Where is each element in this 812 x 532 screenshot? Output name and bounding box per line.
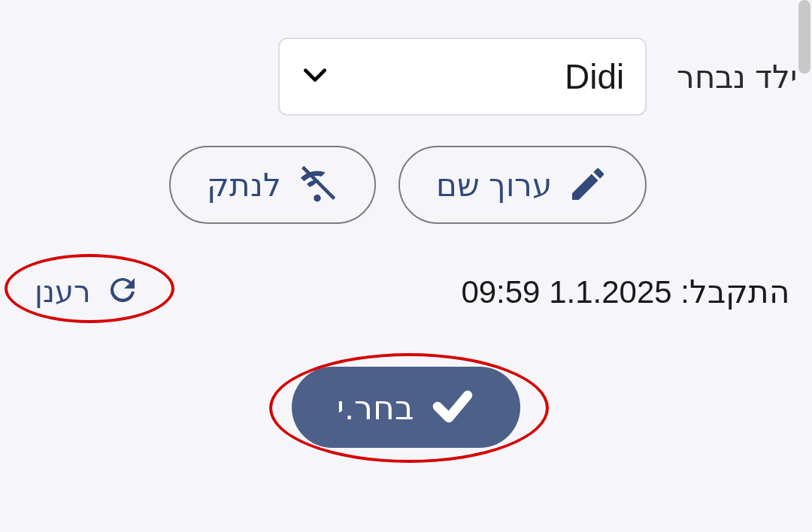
received-label: התקבל: [680, 274, 789, 310]
refresh-label: רענן [35, 274, 91, 309]
wifi-off-icon [296, 163, 338, 207]
received-text: התקבל: 1.1.2025 09:59 [461, 274, 789, 310]
primary-row: בחר.י [15, 367, 797, 448]
child-selected-label: ילד נבחר [677, 59, 797, 95]
pencil-icon [567, 163, 609, 207]
actions-row: ערוך שם לנתק [15, 146, 797, 224]
status-row: התקבל: 1.1.2025 09:59 רענן [15, 269, 797, 314]
disconnect-label: לנתק [207, 167, 281, 204]
select-button-label: בחר.י [337, 388, 413, 427]
child-dropdown-value: Didi [565, 56, 624, 97]
child-dropdown[interactable]: Didi [278, 38, 647, 116]
select-button[interactable]: בחר.י [292, 367, 520, 448]
scrollbar[interactable] [798, 0, 810, 74]
check-icon [430, 384, 475, 431]
child-select-row: ילד נבחר Didi [15, 38, 797, 116]
edit-name-button[interactable]: ערוך שם [398, 146, 647, 224]
primary-wrap: בחר.י [292, 367, 520, 448]
chevron-down-icon [301, 61, 329, 92]
edit-name-label: ערוך שם [436, 167, 552, 204]
refresh-button[interactable]: רענן [23, 269, 153, 314]
refresh-icon [105, 272, 141, 311]
received-datetime: 1.1.2025 09:59 [461, 274, 671, 310]
disconnect-button[interactable]: לנתק [169, 146, 376, 224]
main-panel: ילד נבחר Didi ערוך שם לנתק התקבל: [0, 0, 812, 463]
